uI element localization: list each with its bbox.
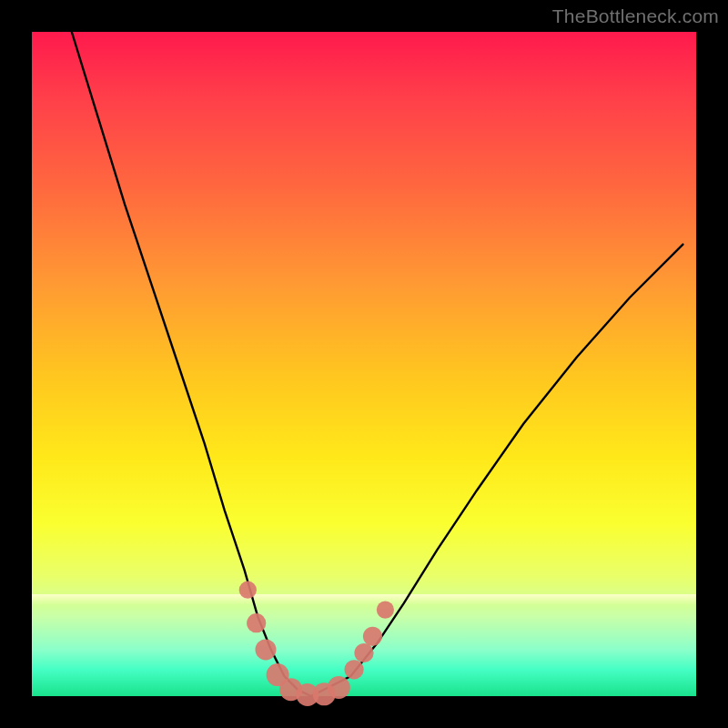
marker-point <box>256 639 277 660</box>
marker-point <box>377 602 394 619</box>
marker-point <box>247 613 266 632</box>
chart-frame: TheBottleneck.com <box>0 0 728 728</box>
curve-layer <box>32 32 696 696</box>
marker-point <box>363 627 382 646</box>
marker-point <box>354 643 373 662</box>
marker-point <box>239 581 257 599</box>
marker-group <box>239 581 394 706</box>
bottleneck-curve <box>72 32 683 696</box>
marker-point <box>328 676 350 699</box>
watermark-text: TheBottleneck.com <box>552 5 719 27</box>
marker-point <box>345 660 364 679</box>
